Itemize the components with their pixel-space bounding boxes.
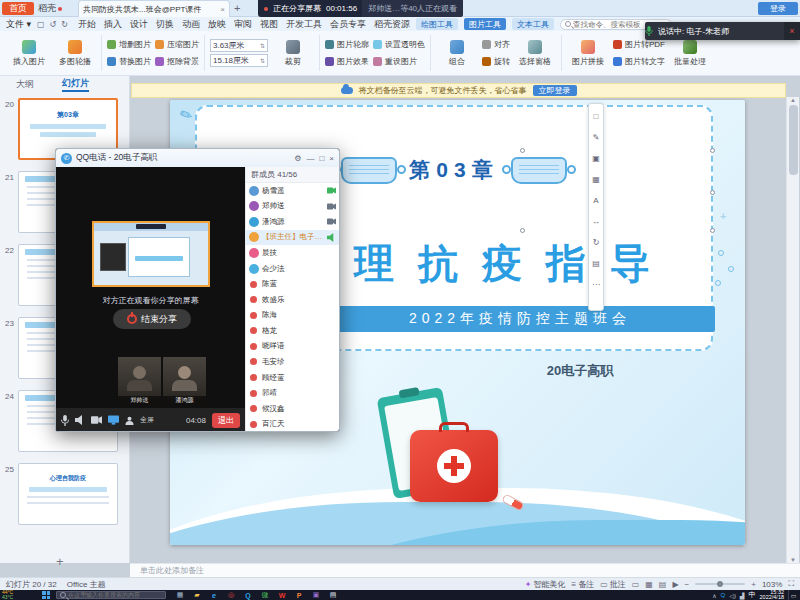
tab-outline[interactable]: 大纲 <box>16 76 34 92</box>
rotate-icon[interactable]: ↻ <box>593 232 600 252</box>
replace-picture-button[interactable]: 替换图片 <box>107 54 151 69</box>
member-row[interactable]: 陈蓝 <box>246 276 339 292</box>
comments-button[interactable]: ▭ 批注 <box>600 579 626 590</box>
wps-icon[interactable]: W <box>276 590 288 600</box>
tab-view[interactable]: 视图 <box>260 18 278 31</box>
member-row[interactable]: 潘鸿源 <box>246 214 339 230</box>
selection-pane-button[interactable]: 选择窗格 <box>512 33 558 73</box>
slide-sorter-icon[interactable]: ▦ <box>645 580 653 589</box>
tab-insert[interactable]: 插入 <box>104 18 122 31</box>
mic-icon[interactable] <box>61 415 69 426</box>
normal-view-icon[interactable]: ▭ <box>632 580 640 589</box>
speaker-icon[interactable] <box>75 415 85 425</box>
edge-icon[interactable]: e <box>208 590 220 600</box>
slide-banner[interactable]: 2022年疫情防控主题班会 <box>325 306 715 332</box>
image-viewer-icon[interactable]: ▣ <box>310 590 322 600</box>
login-button[interactable]: 登录 <box>758 2 798 15</box>
qq-call-window[interactable]: ✆ QQ电话 - 20电子高职 ⚙ — □ × 对方正在观看你分享的屏幕 结束分… <box>55 148 340 432</box>
reset-picture-button[interactable]: 重设图片 <box>373 54 425 69</box>
wechat-icon[interactable]: 微 <box>259 590 271 600</box>
swap-icon[interactable]: ↔ <box>592 211 600 231</box>
undo-icon[interactable]: ↺ <box>50 20 57 29</box>
compress-picture-button[interactable]: 压缩图片 <box>155 37 199 52</box>
member-row[interactable]: 毛安珍 <box>246 354 339 370</box>
tray-expand-icon[interactable]: ∧ <box>712 592 716 599</box>
rotate-button[interactable]: 旋转 <box>482 54 510 69</box>
tab-draw-tools[interactable]: 绘图工具 <box>416 18 458 30</box>
member-row[interactable]: 顾经蓝 <box>246 370 339 386</box>
member-row[interactable]: 陈海 <box>246 307 339 323</box>
align-button[interactable]: 对齐 <box>482 37 510 52</box>
ppt-icon[interactable]: P <box>293 590 305 600</box>
multi-picture-button[interactable]: 多图轮播 <box>52 33 98 73</box>
file-explorer-icon[interactable]: ▰ <box>191 590 203 600</box>
input-method-indicator[interactable]: 中 <box>749 590 756 600</box>
tab-animation[interactable]: 动画 <box>182 18 200 31</box>
new-tab-button[interactable]: + <box>234 2 240 14</box>
slideshow-icon[interactable]: ▶ <box>672 580 678 589</box>
insert-picture-button[interactable]: 插入图片 <box>6 33 52 73</box>
scroll-up-icon[interactable]: ▲ <box>790 97 796 103</box>
member-video[interactable]: 郑帅送 <box>118 357 161 405</box>
settings-icon[interactable]: ⚙ <box>294 154 301 163</box>
tab-review[interactable]: 审阅 <box>234 18 252 31</box>
close-tab-icon[interactable]: × <box>220 5 225 14</box>
selection-handle[interactable] <box>520 228 525 233</box>
taskbar-search-input[interactable] <box>68 592 162 598</box>
slide-author[interactable]: 20电子高职 <box>490 362 670 380</box>
grid-icon[interactable]: ▦ <box>592 169 600 189</box>
close-icon[interactable]: × <box>784 22 800 40</box>
member-list-header[interactable]: 群成员 41/56 <box>246 167 339 183</box>
network-icon[interactable]: ▟ <box>740 592 745 599</box>
close-icon[interactable]: × <box>329 154 334 163</box>
stop-share-button[interactable]: 结束分享 <box>113 309 191 329</box>
home-tab[interactable]: 首页 <box>2 2 34 15</box>
clock[interactable]: 15:32 2022/4/18 <box>760 590 784 600</box>
fit-slide-icon[interactable]: ⛶ <box>788 579 794 589</box>
qq-titlebar[interactable]: ✆ QQ电话 - 20电子高职 ⚙ — □ × <box>56 149 339 167</box>
save-icon[interactable]: ▢ <box>37 20 45 29</box>
share-screen-icon[interactable] <box>108 415 119 425</box>
remove-background-button[interactable]: 抠除背景 <box>155 54 199 69</box>
share-viewers-label[interactable]: 郑帅送…等40人正在观看 <box>362 0 463 17</box>
file-menu[interactable]: 文件 ▾ <box>6 18 31 31</box>
qq-icon[interactable]: Q <box>242 590 254 600</box>
reading-view-icon[interactable]: ▤ <box>659 580 667 589</box>
notepad-icon[interactable]: ▤ <box>327 590 339 600</box>
set-transparent-button[interactable]: 设置透明色 <box>373 37 425 52</box>
camera-icon[interactable] <box>91 416 102 424</box>
beautify-button[interactable]: ✦ 智能美化 <box>525 579 566 590</box>
picture-effects-button[interactable]: 图片效果 <box>325 54 369 69</box>
fullscreen-button[interactable]: 全屏 <box>140 415 154 425</box>
width-field[interactable]: 15.18厘米⇅ <box>210 54 268 67</box>
add-remove-picture-button[interactable]: 增删图片 <box>107 37 151 52</box>
tab-text-tools[interactable]: 文本工具 <box>512 18 554 30</box>
tab-member[interactable]: 会员专享 <box>330 18 366 31</box>
zoom-out-icon[interactable]: − <box>685 580 690 589</box>
member-row[interactable]: 郑帅送 <box>246 199 339 215</box>
document-tab[interactable]: 共同防疫共筑未...班会@PPT课件 × <box>78 0 230 17</box>
group-button[interactable]: 组合 <box>434 33 480 73</box>
member-row[interactable]: 会少法 <box>246 261 339 277</box>
login-now-button[interactable]: 立即登录 <box>533 85 577 96</box>
picture-stitch-button[interactable]: 图片拼接 <box>565 33 611 73</box>
vertical-scrollbar[interactable]: ▲ ▼ <box>786 97 799 563</box>
selection-handle[interactable] <box>710 148 715 153</box>
more-icon[interactable]: ⋯ <box>592 274 600 294</box>
start-button[interactable] <box>42 591 50 599</box>
volume-icon[interactable]: ◁) <box>729 592 736 599</box>
picture-outline-button[interactable]: 图片轮廓 <box>325 37 369 52</box>
zoom-slider[interactable] <box>695 583 745 585</box>
tab-design[interactable]: 设计 <box>130 18 148 31</box>
selection-handle[interactable] <box>710 228 715 233</box>
member-row[interactable]: 格龙 <box>246 323 339 339</box>
layout-options-icon[interactable]: □ <box>594 106 599 126</box>
shared-screen-preview[interactable] <box>92 221 210 287</box>
redo-icon[interactable]: ↻ <box>61 20 68 29</box>
taskbar-search[interactable] <box>56 591 166 599</box>
member-row[interactable]: 候汉鑫 <box>246 401 339 417</box>
tab-devtools[interactable]: 开发工具 <box>286 18 322 31</box>
notes-area[interactable]: 单击此处添加备注 <box>130 563 800 577</box>
member-row[interactable]: 郭靖 <box>246 385 339 401</box>
member-row-speaking[interactable]: 【班主任】电子-朱老师 <box>246 230 339 246</box>
